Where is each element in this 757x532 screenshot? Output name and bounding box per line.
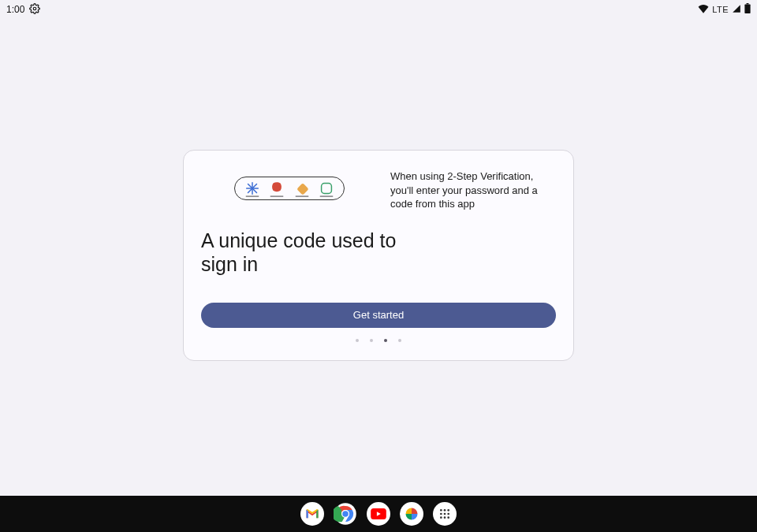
svg-point-17 [440,509,442,512]
svg-point-22 [447,513,449,515]
asterisk-icon [244,180,261,197]
svg-point-20 [440,513,442,515]
svg-point-24 [444,516,446,519]
status-time: 1:00 [6,4,24,15]
svg-point-25 [447,516,449,519]
all-apps-icon[interactable] [433,502,457,526]
get-started-button[interactable]: Get started [201,303,556,328]
svg-point-19 [447,509,449,512]
page-indicator [201,339,556,342]
page-dot-1[interactable] [370,339,373,342]
code-pill [234,177,345,200]
svg-point-18 [444,509,446,512]
svg-point-0 [34,7,37,10]
onboarding-description: When using 2-Step Verification, you'll e… [390,166,556,211]
gear-outline-icon [29,3,40,17]
page-dot-0[interactable] [356,339,359,342]
network-type: LTE [712,5,729,14]
onboarding-card: When using 2-Step Verification, you'll e… [183,150,574,361]
svg-rect-1 [747,3,749,4]
svg-point-21 [444,513,446,515]
youtube-app-icon[interactable] [367,502,390,526]
page-dot-2[interactable] [384,339,387,342]
red-blob-icon [268,180,285,197]
svg-point-23 [440,516,442,519]
status-bar-left: 1:00 [6,3,40,17]
rounded-square-outline-icon [318,180,335,197]
diamond-icon [293,180,311,197]
code-illustration [201,166,367,211]
battery-icon [744,3,751,16]
taskbar [0,496,757,532]
status-bar: 1:00 LTE [0,0,757,19]
wifi-icon [698,4,709,16]
gmail-app-icon[interactable] [300,502,324,526]
svg-rect-9 [296,183,309,195]
chrome-app-icon[interactable] [334,502,357,526]
svg-rect-11 [322,184,332,194]
card-top-row: When using 2-Step Verification, you'll e… [201,166,556,211]
svg-rect-2 [744,4,750,13]
page-dot-3[interactable] [398,339,401,342]
photos-app-icon[interactable] [400,502,423,526]
status-bar-right: LTE [698,3,751,16]
onboarding-headline: A unique code used to sign in [201,229,406,276]
cellular-signal-icon [732,4,741,16]
